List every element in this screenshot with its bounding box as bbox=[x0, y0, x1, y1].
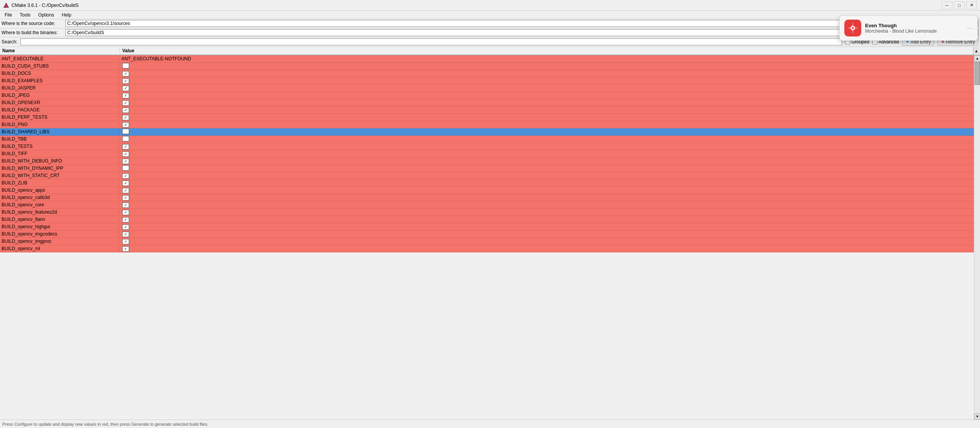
checkbox-cell[interactable] bbox=[122, 144, 129, 149]
menu-options[interactable]: Options bbox=[35, 12, 57, 18]
table-row[interactable]: BUILD_TIFF bbox=[0, 150, 974, 158]
checkbox-cell[interactable] bbox=[122, 224, 129, 230]
table-row[interactable]: BUILD_TBB bbox=[0, 136, 974, 143]
checkbox-cell[interactable] bbox=[122, 71, 129, 76]
table-content: ANT_EXECUTABLEANT_EXECUTABLE-NOTFOUNDBUI… bbox=[0, 55, 974, 420]
cell-value bbox=[119, 151, 974, 157]
checkbox-cell[interactable] bbox=[122, 63, 129, 68]
cell-value bbox=[119, 107, 974, 113]
checkbox-cell[interactable] bbox=[122, 100, 129, 106]
cell-value bbox=[119, 122, 974, 128]
table-row[interactable]: BUILD_EXAMPLES bbox=[0, 77, 974, 85]
checkbox-cell[interactable] bbox=[122, 136, 129, 141]
checkbox-cell[interactable] bbox=[122, 188, 129, 193]
scroll-up-button[interactable]: ▲ bbox=[973, 46, 979, 55]
cell-name: BUILD_PERF_TESTS bbox=[0, 114, 119, 120]
menu-file[interactable]: File bbox=[2, 12, 15, 18]
table-row[interactable]: BUILD_PERF_TESTS bbox=[0, 114, 974, 121]
close-button[interactable]: ✕ bbox=[966, 2, 977, 9]
build-input[interactable] bbox=[65, 29, 940, 36]
table-row[interactable]: BUILD_WITH_DYNAMIC_IPP bbox=[0, 165, 974, 172]
table-row[interactable]: BUILD_WITH_DEBUG_INFO bbox=[0, 158, 974, 165]
checkbox-cell[interactable] bbox=[122, 108, 129, 113]
table-row[interactable]: BUILD_PACKAGE bbox=[0, 106, 974, 114]
table-row[interactable]: BUILD_opencv_features2d bbox=[0, 209, 974, 216]
table-row[interactable]: BUILD_JASPER bbox=[0, 85, 974, 92]
notification-title: Even Though bbox=[865, 23, 963, 28]
checkbox-cell[interactable] bbox=[122, 195, 129, 201]
table-row[interactable]: BUILD_JPEG bbox=[0, 92, 974, 99]
checkbox-cell[interactable] bbox=[122, 115, 129, 120]
checkbox-cell[interactable] bbox=[122, 93, 129, 98]
table-row[interactable]: BUILD_opencv_imgproc bbox=[0, 238, 974, 245]
table-row[interactable]: BUILD_opencv_apps bbox=[0, 187, 974, 194]
table-row[interactable]: BUILD_SHARED_LIBS bbox=[0, 128, 974, 136]
checkbox-cell[interactable] bbox=[122, 173, 129, 179]
cell-value bbox=[119, 71, 974, 76]
table-row[interactable]: BUILD_opencv_calib3d bbox=[0, 194, 974, 201]
table-row[interactable]: BUILD_CUDA_STUBS bbox=[0, 63, 974, 70]
cell-name: BUILD_PACKAGE bbox=[0, 107, 119, 113]
table-row[interactable]: BUILD_opencv_highgui bbox=[0, 223, 974, 231]
scrollbar-thumb[interactable] bbox=[975, 62, 980, 85]
checkbox-cell[interactable] bbox=[122, 246, 129, 252]
table-row[interactable]: BUILD_opencv_flann bbox=[0, 216, 974, 223]
checkbox-cell[interactable] bbox=[122, 122, 129, 128]
build-label: Where to build the binaries: bbox=[2, 30, 63, 35]
cell-name: BUILD_TESTS bbox=[0, 144, 119, 149]
cell-value bbox=[119, 217, 974, 222]
checkbox-cell[interactable] bbox=[122, 86, 129, 91]
menu-help[interactable]: Help bbox=[59, 12, 75, 18]
table-row[interactable]: BUILD_opencv_core bbox=[0, 201, 974, 209]
table-row[interactable]: BUILD_opencv_imgcodecs bbox=[0, 231, 974, 238]
checkbox-cell[interactable] bbox=[122, 217, 129, 222]
cell-value bbox=[119, 195, 974, 201]
checkbox-cell[interactable] bbox=[122, 181, 129, 186]
column-value-header: Value bbox=[120, 48, 973, 53]
checkbox-cell[interactable] bbox=[122, 202, 129, 208]
checkbox-cell[interactable] bbox=[122, 129, 129, 134]
title-bar-controls: ─ □ ✕ bbox=[942, 2, 977, 9]
cell-name: BUILD_opencv_features2d bbox=[0, 209, 119, 215]
cell-name: BUILD_WITH_DYNAMIC_IPP bbox=[0, 166, 119, 171]
status-bar: Press Configure to update and display ne… bbox=[0, 420, 980, 428]
cell-value bbox=[119, 136, 974, 143]
cell-name: BUILD_ZLIB bbox=[0, 180, 119, 186]
cell-value bbox=[119, 129, 974, 135]
checkbox-cell[interactable] bbox=[122, 210, 129, 215]
table-row[interactable]: BUILD_PNG bbox=[0, 121, 974, 128]
search-input[interactable] bbox=[20, 38, 842, 45]
checkbox-cell[interactable] bbox=[122, 165, 129, 171]
music-app-icon bbox=[847, 23, 858, 33]
cell-value bbox=[119, 114, 974, 120]
checkbox-cell[interactable] bbox=[122, 232, 129, 237]
cell-value bbox=[119, 173, 974, 179]
table-row[interactable]: BUILD_opencv_ml bbox=[0, 245, 974, 252]
minimize-button[interactable]: ─ bbox=[942, 2, 952, 9]
cell-name: BUILD_DOCS bbox=[0, 71, 119, 76]
notification-more-button[interactable]: ··· bbox=[967, 24, 973, 32]
scrollbar-up-button[interactable]: ▲ bbox=[974, 55, 980, 61]
title-bar-left: CMake 3.6.1 - C:/OpenCv/buildS bbox=[3, 2, 79, 8]
checkbox-cell[interactable] bbox=[122, 159, 129, 164]
scrollbar-down-button[interactable]: ▼ bbox=[974, 413, 980, 420]
table-row[interactable]: BUILD_OPENEXR bbox=[0, 99, 974, 106]
menu-tools[interactable]: Tools bbox=[17, 12, 33, 18]
checkbox-cell[interactable] bbox=[122, 151, 129, 157]
checkbox-cell[interactable] bbox=[122, 78, 129, 84]
title-bar-title: CMake 3.6.1 - C:/OpenCv/buildS bbox=[12, 3, 79, 8]
checkbox-cell[interactable] bbox=[122, 239, 129, 244]
cell-name: BUILD_OPENEXR bbox=[0, 100, 119, 105]
table-row[interactable]: BUILD_ZLIB bbox=[0, 179, 974, 187]
table-row[interactable]: BUILD_DOCS bbox=[0, 70, 974, 77]
table-rows: ANT_EXECUTABLEANT_EXECUTABLE-NOTFOUNDBUI… bbox=[0, 55, 974, 252]
source-input[interactable] bbox=[65, 20, 935, 27]
cell-name: BUILD_PNG bbox=[0, 122, 119, 127]
app-window: CMake 3.6.1 - C:/OpenCv/buildS ─ □ ✕ Fil… bbox=[0, 0, 980, 428]
table-row[interactable]: BUILD_WITH_STATIC_CRT bbox=[0, 172, 974, 179]
maximize-button[interactable]: □ bbox=[954, 2, 965, 9]
table-row[interactable]: ANT_EXECUTABLEANT_EXECUTABLE-NOTFOUND bbox=[0, 55, 974, 63]
table-row[interactable]: BUILD_TESTS bbox=[0, 143, 974, 150]
cell-name: BUILD_opencv_core bbox=[0, 202, 119, 207]
toolbar-row: Search: Grouped Advanced ✦ Add Entry ✕ R… bbox=[0, 37, 980, 47]
